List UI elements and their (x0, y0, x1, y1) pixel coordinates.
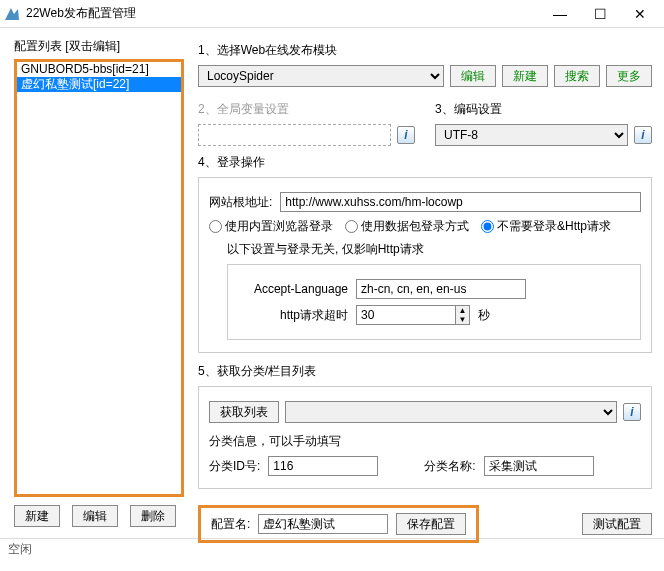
module-search-button[interactable]: 搜索 (554, 65, 600, 87)
edit-button[interactable]: 编辑 (72, 505, 118, 527)
accept-lang-input[interactable] (356, 279, 526, 299)
section4-head: 4、登录操作 (198, 154, 652, 171)
section3-head: 3、编码设置 (435, 101, 652, 118)
category-name-label: 分类名称: (424, 458, 475, 475)
delete-button[interactable]: 删除 (130, 505, 176, 527)
timeout-label: http请求超时 (238, 307, 348, 324)
save-config-box: 配置名: 保存配置 (198, 505, 479, 543)
timeout-input[interactable] (356, 305, 456, 325)
config-list[interactable]: GNUBORD5-bbs[id=21] 虚幻私塾测试[id=22] (14, 59, 184, 497)
titlebar: 22Web发布配置管理 — ☐ ✕ (0, 0, 664, 28)
window-title: 22Web发布配置管理 (26, 5, 540, 22)
http-settings-label: 以下设置与登录无关, 仅影响Http请求 (227, 241, 641, 258)
global-var-placeholder (198, 124, 391, 146)
timeout-stepper[interactable]: ▲▼ (356, 305, 470, 325)
save-config-button[interactable]: 保存配置 (396, 513, 466, 535)
new-button[interactable]: 新建 (14, 505, 60, 527)
root-url-input[interactable] (280, 192, 641, 212)
login-radio-packet[interactable]: 使用数据包登录方式 (345, 218, 469, 235)
category-name-input[interactable] (484, 456, 594, 476)
get-list-button[interactable]: 获取列表 (209, 401, 279, 423)
module-edit-button[interactable]: 编辑 (450, 65, 496, 87)
config-name-label: 配置名: (211, 516, 250, 533)
help-icon[interactable]: i (634, 126, 652, 144)
status-text: 空闲 (8, 542, 32, 556)
category-fieldset: 获取列表 i 分类信息，可以手动填写 分类ID号: 分类名称: (198, 386, 652, 489)
login-radio-none[interactable]: 不需要登录&Http请求 (481, 218, 611, 235)
category-id-input[interactable] (268, 456, 378, 476)
encoding-select[interactable]: UTF-8 (435, 124, 628, 146)
section1-head: 1、选择Web在线发布模块 (198, 42, 652, 59)
test-config-button[interactable]: 测试配置 (582, 513, 652, 535)
maximize-button[interactable]: ☐ (580, 0, 620, 28)
config-list-item[interactable]: 虚幻私塾测试[id=22] (17, 77, 181, 92)
module-select[interactable]: LocoySpider (198, 65, 444, 87)
root-url-label: 网站根地址: (209, 194, 272, 211)
category-select[interactable] (285, 401, 617, 423)
spin-up-icon[interactable]: ▲ (456, 306, 469, 315)
close-button[interactable]: ✕ (620, 0, 660, 28)
section2-head: 2、全局变量设置 (198, 101, 415, 118)
config-name-input[interactable] (258, 514, 388, 534)
minimize-button[interactable]: — (540, 0, 580, 28)
login-radio-browser[interactable]: 使用内置浏览器登录 (209, 218, 333, 235)
app-icon (4, 6, 20, 22)
timeout-unit: 秒 (478, 307, 490, 324)
login-fieldset: 网站根地址: 使用内置浏览器登录 使用数据包登录方式 不需要登录&Http请求 … (198, 177, 652, 353)
accept-lang-label: Accept-Language (238, 282, 348, 296)
config-list-item[interactable]: GNUBORD5-bbs[id=21] (17, 62, 181, 77)
category-info-label: 分类信息，可以手动填写 (209, 433, 641, 450)
module-new-button[interactable]: 新建 (502, 65, 548, 87)
help-icon[interactable]: i (623, 403, 641, 421)
help-icon[interactable]: i (397, 126, 415, 144)
section5-head: 5、获取分类/栏目列表 (198, 363, 652, 380)
category-id-label: 分类ID号: (209, 458, 260, 475)
spin-down-icon[interactable]: ▼ (456, 315, 469, 324)
module-more-button[interactable]: 更多 (606, 65, 652, 87)
config-list-header: 配置列表 [双击编辑] (14, 38, 184, 55)
